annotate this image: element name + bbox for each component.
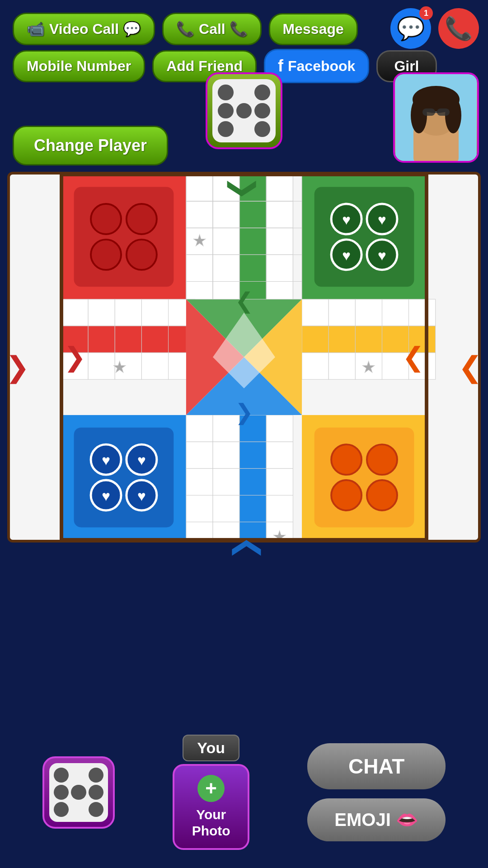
svg-text:❮: ❮ [402,342,424,373]
dot-5 [254,103,270,119]
board-arrow-down: ❯ [227,176,261,201]
svg-rect-99 [186,522,213,540]
you-container: You + YourPhoto [173,735,249,850]
svg-text:★: ★ [272,528,286,540]
messenger-icon: 💬 [397,15,425,42]
call-icon: 📞 [176,20,194,38]
svg-rect-89 [302,353,328,379]
svg-rect-85 [328,326,355,353]
svg-rect-69 [88,326,115,353]
svg-point-39 [367,444,397,475]
phone-icon: 📞 [445,15,473,42]
bdot-2 [89,768,103,783]
bdot-7 [89,802,103,817]
dot-3 [218,103,234,119]
svg-point-38 [331,444,361,475]
bottom-ui: You + YourPhoto CHAT EMOJI 👄 [0,735,488,850]
svg-rect-55 [239,228,266,255]
bdot-6 [54,802,69,817]
svg-rect-111 [266,442,293,468]
dot-6 [218,121,234,137]
dice-face-top [212,79,276,142]
girl-profile-picture[interactable] [393,72,479,163]
svg-rect-96 [186,442,213,468]
messenger-button[interactable]: 💬 1 [390,8,431,49]
svg-rect-7 [437,108,450,116]
ludo-board: ♥ ♥ ♥ ♥ ♥ ♥ ♥ ♥ [7,172,481,542]
photo-upload-button[interactable]: + YourPhoto [173,764,249,850]
chat-label: CHAT [348,755,404,778]
bdot-4 [71,785,86,800]
dice-top[interactable] [206,72,282,149]
svg-text:♥: ♥ [137,452,146,468]
svg-rect-90 [328,353,355,379]
phone-button[interactable]: 📞 [438,8,479,49]
svg-rect-101 [213,442,239,468]
svg-rect-84 [302,326,328,353]
mobile-number-button[interactable]: Mobile Number [13,50,145,82]
dot-7 [254,121,270,137]
svg-rect-79 [302,299,328,326]
message-button[interactable]: Message [269,13,358,45]
svg-text:♥: ♥ [342,212,351,228]
your-photo-label: YourPhoto [192,807,230,839]
svg-point-15 [127,240,157,270]
board-arrow-up: ❯ [227,536,261,560]
svg-rect-74 [88,353,115,379]
message-label: Message [283,21,344,38]
change-player-button[interactable]: Change Player [13,126,168,165]
change-player-label: Change Player [34,136,147,155]
svg-point-40 [331,480,361,510]
video-call-button[interactable]: 📹 Video Call 💬 [13,13,155,45]
svg-point-13 [127,204,157,234]
svg-rect-63 [61,299,88,326]
you-label: You [183,735,239,761]
svg-rect-50 [213,228,239,255]
svg-rect-83 [409,299,436,326]
svg-rect-81 [355,299,382,326]
svg-rect-76 [141,353,168,379]
svg-rect-66 [141,299,168,326]
svg-rect-42 [186,175,213,201]
bdot-1 [54,768,69,783]
top-icons: 💬 1 📞 [390,8,479,49]
svg-rect-59 [266,201,293,228]
svg-text:❮: ❮ [235,403,253,429]
svg-point-41 [367,480,397,510]
svg-text:♥: ♥ [102,488,110,504]
dice-bottom-face [49,763,108,822]
dice-bottom-button[interactable] [42,756,115,829]
svg-rect-108 [239,495,266,522]
svg-text:♥: ♥ [102,452,110,468]
svg-text:★: ★ [113,358,127,376]
svg-rect-64 [88,299,115,326]
emoji-button[interactable]: EMOJI 👄 [307,798,446,841]
mobile-number-label: Mobile Number [27,58,131,75]
call-button[interactable]: 📞 Call 📞 [162,13,262,45]
svg-rect-106 [239,442,266,468]
bdot-5 [89,785,103,800]
facebook-icon: f [278,57,283,75]
svg-text:♥: ♥ [378,212,386,228]
svg-rect-17 [314,187,414,287]
svg-rect-51 [213,255,239,281]
girl-label: Girl [394,58,419,74]
svg-rect-103 [213,495,239,522]
svg-rect-112 [266,468,293,495]
chat-button[interactable]: CHAT [307,743,446,789]
svg-rect-60 [266,228,293,255]
svg-rect-86 [355,326,382,353]
svg-rect-95 [186,415,213,442]
right-buttons: CHAT EMOJI 👄 [307,743,446,841]
svg-rect-70 [115,326,141,353]
svg-rect-11 [74,187,174,287]
svg-rect-71 [141,326,168,353]
svg-rect-6 [422,108,435,116]
facebook-label: Facebook [288,58,355,75]
svg-rect-98 [186,495,213,522]
board-arrow-right: ❯ [5,350,30,384]
svg-rect-107 [239,468,266,495]
girl-silhouette [395,74,477,161]
svg-rect-45 [186,255,213,281]
svg-rect-102 [213,468,239,495]
